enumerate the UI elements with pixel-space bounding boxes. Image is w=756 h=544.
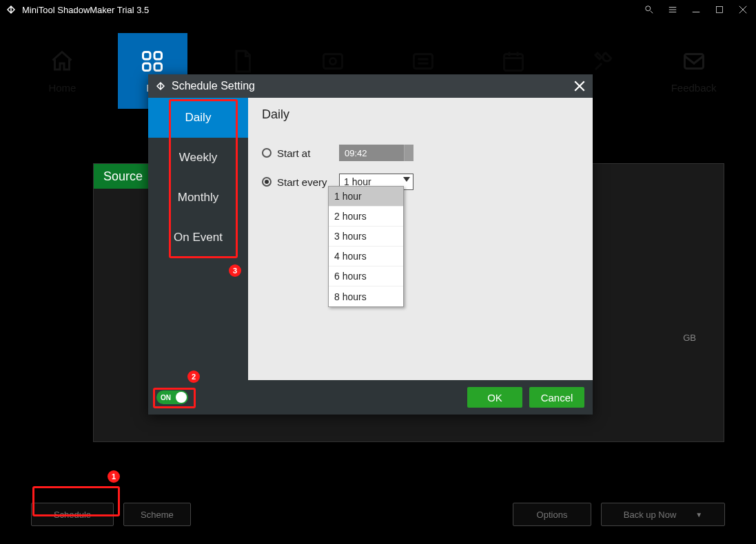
dialog-close-icon[interactable] [573, 80, 586, 92]
tools-icon [591, 49, 616, 74]
side-tab-daily[interactable]: Daily [148, 98, 248, 138]
tab-home[interactable]: Home [28, 33, 97, 109]
svg-rect-1 [717, 7, 723, 13]
dropdown-option[interactable]: 4 hours [329, 247, 403, 266]
cancel-button[interactable]: Cancel [529, 387, 584, 408]
bottom-toolbar: Schedule Scheme Options Back up Now ▼ [31, 503, 725, 526]
svg-rect-8 [413, 54, 432, 68]
list-icon [411, 49, 436, 74]
backup-now-button[interactable]: Back up Now ▼ [601, 503, 725, 526]
dropdown-option[interactable]: 8 hours [329, 286, 403, 306]
close-icon[interactable] [735, 2, 750, 17]
minimize-icon[interactable] [688, 2, 704, 17]
backup-icon [140, 49, 165, 74]
start-at-label: Start at [277, 147, 339, 159]
calendar-icon [501, 49, 526, 74]
chevron-down-icon: ▼ [695, 511, 702, 519]
menu-icon[interactable] [665, 2, 680, 17]
side-tab-onevent[interactable]: On Event [148, 218, 248, 258]
content-heading: Daily [262, 107, 579, 122]
interval-dropdown: 1 hour 2 hours 3 hours 4 hours 6 hours 8… [328, 186, 404, 307]
dialog-footer: ON OK Cancel [148, 380, 593, 415]
svg-rect-5 [154, 63, 162, 71]
radio-start-every[interactable] [262, 177, 272, 187]
maximize-icon[interactable] [712, 2, 727, 17]
envelope-icon [682, 49, 706, 74]
tab-label: Home [48, 82, 76, 94]
side-tab-weekly[interactable]: Weekly [148, 138, 248, 178]
time-spinner[interactable] [404, 145, 413, 161]
ok-button[interactable]: OK [467, 387, 522, 408]
dialog-logo-icon [155, 81, 166, 92]
dialog-title: Schedule Setting [172, 80, 255, 92]
svg-point-7 [330, 58, 336, 64]
chevron-down-icon [403, 177, 410, 182]
titlebar: MiniTool ShadowMaker Trial 3.5 [0, 0, 756, 19]
radio-start-at[interactable] [262, 148, 272, 158]
home-icon [50, 49, 74, 74]
schedule-content: Daily Start at 09:42 Start every 1 hour [248, 98, 593, 380]
dropdown-option[interactable]: 6 hours [329, 266, 403, 286]
schedule-button[interactable]: Schedule [31, 503, 114, 526]
schedule-side-tabs: Daily Weekly Monthly On Event [148, 98, 248, 380]
search-icon[interactable] [642, 2, 657, 17]
annotation-badge-1: 1 [108, 470, 120, 483]
tab-feedback[interactable]: Feedback [659, 33, 728, 109]
svg-rect-6 [324, 54, 343, 68]
size-hint: GB [683, 333, 696, 343]
restore-icon [320, 49, 345, 74]
file-icon [230, 49, 255, 74]
dropdown-option[interactable]: 1 hour [329, 187, 403, 207]
svg-rect-4 [143, 63, 151, 71]
source-header: Source [94, 164, 152, 189]
dialog-titlebar: Schedule Setting [148, 74, 593, 98]
toggle-knob [176, 392, 187, 403]
app-logo-icon [6, 4, 17, 15]
side-tab-monthly[interactable]: Monthly [148, 178, 248, 218]
svg-rect-10 [684, 54, 703, 68]
schedule-toggle[interactable]: ON [156, 390, 188, 404]
time-input[interactable]: 09:42 [339, 145, 413, 161]
dropdown-option[interactable]: 2 hours [329, 207, 403, 227]
svg-rect-9 [504, 54, 522, 70]
svg-rect-3 [154, 52, 162, 59]
options-button[interactable]: Options [513, 503, 591, 526]
tab-label: Feedback [671, 82, 717, 94]
app-title: MiniTool ShadowMaker Trial 3.5 [22, 5, 149, 15]
schedule-setting-dialog: Schedule Setting Daily Weekly Monthly On… [148, 74, 593, 415]
dropdown-option[interactable]: 3 hours [329, 227, 403, 247]
scheme-button[interactable]: Scheme [123, 503, 191, 526]
svg-point-0 [646, 6, 651, 11]
svg-rect-2 [143, 52, 151, 59]
